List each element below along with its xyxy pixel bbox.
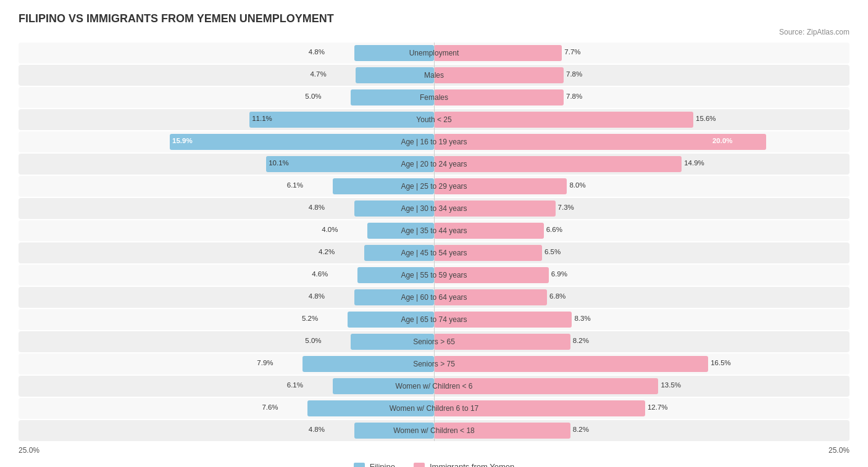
bar-value-left: 6.1% <box>287 381 330 389</box>
legend: Filipino Immigrants from Yemen <box>19 462 849 467</box>
bar-value-left: 6.1% <box>287 181 330 189</box>
x-axis: 25.0% 25.0% <box>19 446 849 455</box>
legend-filipino: Filipino <box>354 462 395 467</box>
bar-left <box>356 67 434 83</box>
bar-value-right: 6.5% <box>545 248 561 255</box>
legend-color-filipino <box>354 463 365 468</box>
bar-value-left: 5.2% <box>302 315 345 322</box>
bar-value-right: 8.2% <box>573 426 589 433</box>
bar-value-left: 5.0% <box>305 93 348 100</box>
bar-label: Females <box>420 93 448 102</box>
bar-right <box>434 156 682 172</box>
bar-value-right: 20.0% <box>712 137 733 144</box>
bar-value-right: 7.3% <box>558 204 574 211</box>
bar-label: Women w/ Children < 18 <box>393 426 475 435</box>
x-axis-right: 25.0% <box>828 446 849 455</box>
bar-value-right: 8.2% <box>573 337 589 344</box>
bar-label: Women w/ Children < 6 <box>396 382 473 391</box>
legend-yemen: Immigrants from Yemen <box>414 462 514 467</box>
bar-value-left: 4.8% <box>309 204 352 211</box>
bar-label: Seniors > 75 <box>413 360 455 368</box>
bar-value-right: 8.3% <box>574 315 590 322</box>
bar-label: Age | 55 to 59 years <box>401 271 467 279</box>
bar-value-left: 4.2% <box>319 248 362 255</box>
bar-value-right: 16.5% <box>711 359 731 366</box>
bar-label: Unemployment <box>409 49 459 57</box>
bar-value-right: 15.6% <box>696 115 716 122</box>
bar-value-left: 4.8% <box>309 426 352 433</box>
bar-value-right: 14.9% <box>684 159 704 167</box>
bar-value-right: 7.7% <box>564 48 580 56</box>
bar-value-right: 6.6% <box>546 226 562 233</box>
bar-label: Age | 45 to 54 years <box>401 249 467 257</box>
legend-yemen-label: Immigrants from Yemen <box>430 462 514 467</box>
bar-left <box>249 112 434 128</box>
bar-label: Women w/ Children 6 to 17 <box>390 404 479 413</box>
bar-label: Age | 35 to 44 years <box>401 226 467 235</box>
bar-value-right: 12.7% <box>648 403 668 411</box>
bar-label: Age | 60 to 64 years <box>401 293 467 302</box>
bar-value-right: 6.8% <box>549 292 565 300</box>
bar-value-right: 7.8% <box>566 70 582 78</box>
bar-value-left: 5.0% <box>305 337 348 344</box>
bar-right <box>434 112 693 128</box>
bar-value-right: 8.0% <box>569 181 585 189</box>
bar-value-left: 4.0% <box>322 226 365 233</box>
bar-label: Age | 25 to 29 years <box>401 182 467 191</box>
source-label: Source: ZipAtlas.com <box>19 28 849 36</box>
bar-value-right: 6.9% <box>551 270 567 278</box>
bar-right <box>434 67 564 83</box>
bar-label: Age | 30 to 34 years <box>401 204 467 213</box>
bar-value-left: 7.6% <box>262 403 305 411</box>
legend-filipino-label: Filipino <box>370 462 395 467</box>
bar-label: Youth < 25 <box>416 115 451 124</box>
bar-value-left: 4.7% <box>310 70 353 78</box>
bar-right <box>434 89 564 105</box>
x-axis-left: 25.0% <box>19 446 40 455</box>
bar-value-left: 7.9% <box>257 359 300 366</box>
bar-label: Males <box>424 71 444 80</box>
bar-left <box>170 134 434 150</box>
bar-label: Age | 16 to 19 years <box>401 138 467 146</box>
bar-value-right: 7.8% <box>566 93 582 100</box>
bar-value-left: 4.8% <box>309 292 352 300</box>
bar-value-left: 4.6% <box>312 270 355 278</box>
bar-value-right: 13.5% <box>661 381 681 389</box>
bar-label: Seniors > 65 <box>413 337 455 346</box>
bar-label: Age | 65 to 74 years <box>401 315 467 324</box>
legend-color-yemen <box>414 463 425 468</box>
bar-label: Age | 20 to 24 years <box>401 160 467 168</box>
chart-title: FILIPINO VS IMMIGRANTS FROM YEMEN UNEMPL… <box>19 12 849 25</box>
bar-right <box>434 356 708 372</box>
chart-area: Unemployment4.8%7.7%Males4.7%7.8%Females… <box>19 43 849 441</box>
bar-value-left: 4.8% <box>309 48 352 56</box>
